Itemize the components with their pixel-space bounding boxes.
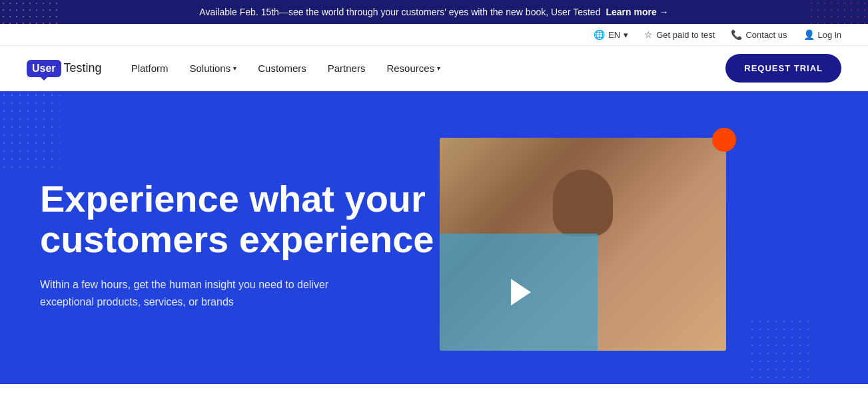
language-label: EN [608,30,620,40]
secondary-nav: 🌐 EN ▾ ☆ Get paid to test 📞 Contact us 👤… [0,24,868,46]
nav-platform[interactable]: Platform [122,57,178,79]
record-indicator [712,128,736,152]
logo-testing: Testing [64,61,102,75]
globe-icon: 🌐 [594,29,605,40]
hero-video-container[interactable] [440,138,726,351]
video-play-overlay[interactable] [440,234,598,351]
decorative-dots-left [0,0,60,24]
language-chevron: ▾ [624,30,628,40]
nav-platform-label: Platform [131,63,169,74]
hero-title: Experience what your customers experienc… [40,178,440,260]
star-icon: ☆ [644,29,653,40]
nav-partners[interactable]: Partners [318,57,375,79]
main-nav: User Testing Platform Solutions ▾ Custom… [0,46,868,91]
nav-solutions[interactable]: Solutions ▾ [180,57,246,79]
login-link[interactable]: 👤 Log in [803,29,841,40]
learn-more-label: Learn more [606,7,656,17]
learn-more-link[interactable]: Learn more → [606,7,668,17]
hero-section: Experience what your customers experienc… [0,91,868,384]
solutions-chevron-icon: ▾ [233,65,236,72]
nav-resources-label: Resources [386,63,434,74]
arrow-icon: → [659,7,669,17]
nav-partners-label: Partners [328,63,366,74]
hero-content: Experience what your customers experienc… [40,178,440,310]
nav-customers[interactable]: Customers [248,57,316,79]
hero-subtitle: Within a few hours, get the human insigh… [40,276,373,310]
contact-label: Contact us [745,30,787,40]
hero-decorative-dots-right [748,317,815,384]
nav-solutions-label: Solutions [189,63,230,74]
request-trial-button[interactable]: REQUEST TRIAL [725,54,841,83]
logo[interactable]: User Testing [27,60,102,77]
get-paid-label: Get paid to test [656,30,715,40]
nav-customers-label: Customers [258,63,306,74]
video-thumbnail [440,138,726,351]
nav-links: Platform Solutions ▾ Customers Partners … [122,57,726,79]
decorative-dots-right [808,0,868,24]
play-button-icon [511,279,531,305]
login-label: Log in [818,30,841,40]
contact-link[interactable]: 📞 Contact us [731,29,787,40]
phone-icon: 📞 [731,29,742,40]
user-icon: 👤 [803,29,815,40]
get-paid-link[interactable]: ☆ Get paid to test [644,29,715,40]
logo-user: User [27,60,61,77]
language-selector[interactable]: 🌐 EN ▾ [594,29,628,40]
announcement-bar: Available Feb. 15th—see the world throug… [0,0,868,24]
announcement-text: Available Feb. 15th—see the world throug… [199,7,600,17]
hero-decorative-dots-left [0,91,60,171]
nav-resources[interactable]: Resources ▾ [377,57,450,79]
resources-chevron-icon: ▾ [437,65,440,72]
